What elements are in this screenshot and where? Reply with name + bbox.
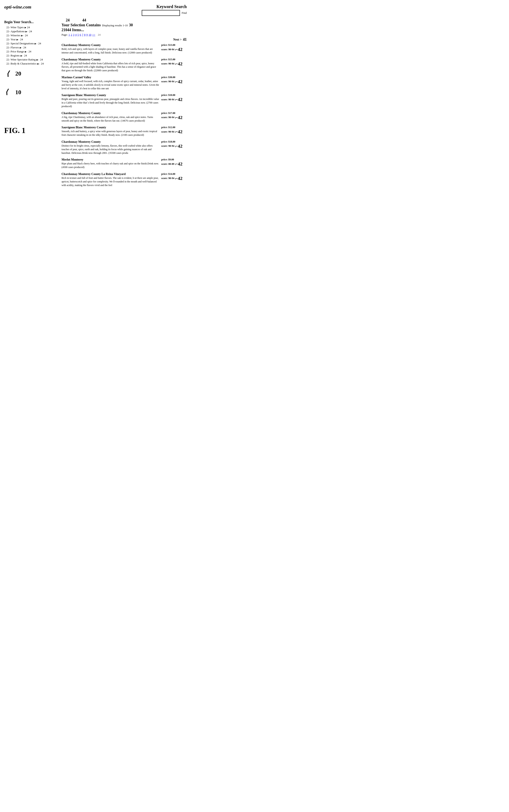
sidebar-count-9: 24 — [40, 58, 43, 61]
wine-name-9: Chardonnay Monterey County La Reina Vine… — [62, 172, 159, 176]
annotation-30: 30 — [129, 23, 133, 27]
wine-badge-8: ⌐42 — [175, 161, 182, 167]
sidebar-count-2: 24 — [29, 30, 32, 33]
wine-price-score-2: price: $15.00 score: 90-94 ⌐42 — [161, 58, 187, 72]
wine-description-1: Bold, rich and spicy, with layers of com… — [62, 47, 159, 55]
annotation-24a: 24 — [66, 18, 70, 23]
sidebar-arrow-1: ▶ — [25, 26, 26, 29]
keyword-label: Keyword Search — [157, 4, 187, 9]
wine-description-7: Distinct for its bright citrus, especial… — [62, 144, 159, 155]
wine-info-8: Merlot Monterey Ripe plum and black cher… — [62, 158, 159, 169]
page-3[interactable]: 3 — [73, 33, 74, 36]
wine-score-6: score: 90-94 — [161, 130, 174, 133]
sidebar-item-year[interactable]: 22– Year ▶– 24 — [6, 38, 59, 41]
page-2[interactable]: 2 — [71, 33, 72, 36]
wine-price-score-3: price: $30.00 score: 90-94 ⌐42 — [161, 76, 187, 90]
sidebar-item-wine-spectator[interactable]: 22– Wine Spectator Rating ▶– 24 — [6, 58, 59, 61]
wine-entry-2: Chardonnay Monterey County A bold, ripe … — [62, 58, 187, 72]
wine-price-score-1: price: $13.00 score: 90-94 ⌐42 — [161, 43, 187, 55]
wine-price-7: price: $18.00 — [161, 140, 175, 143]
wine-entry-7: Chardonnay Monterey County Distinct for … — [62, 140, 187, 155]
page-6[interactable]: 6 — [79, 33, 81, 36]
wine-price-5: price: $17.00 — [161, 112, 175, 115]
wine-badge-4: ⌐42 — [175, 97, 182, 102]
sidebar-arrow-5: ▶– — [35, 42, 37, 45]
wine-description-2: A bold, ripe and full-bodied white from … — [62, 62, 159, 72]
wine-score-9: score: 90-94 — [161, 177, 174, 180]
wine-score-4: score: 90-94 — [161, 98, 174, 101]
page-container: opti-wine.com Keyword Search Find Begin … — [4, 4, 187, 187]
sidebar-label-1: Wine Types — [11, 26, 24, 29]
wine-info-6: Sauvignon Blanc Monterey County Smooth, … — [62, 126, 159, 137]
sidebar-item-appellations[interactable]: 22– Appellations ▶– 24 — [6, 30, 59, 33]
displaying-text: Displaying results 1-10 — [102, 24, 128, 27]
page-next-arrows[interactable]: >> — [92, 33, 95, 36]
wine-price-score-4: price: $10.00 score: 90-94 ⌐42 — [161, 94, 187, 108]
wine-price-8: price: $9.00 — [161, 158, 174, 161]
wine-badge-1: ⌐42 — [175, 47, 182, 52]
wine-name-2: Chardonnay Monterey County — [62, 58, 159, 61]
wine-entry-4: Sauvignon Blanc Monterey County Bright a… — [62, 94, 187, 108]
sidebar-item-wineries[interactable]: 22– Wineries ▶– 24 — [6, 34, 59, 37]
wine-info-2: Chardonnay Monterey County A bold, ripe … — [62, 58, 159, 72]
wine-price-3: price: $30.00 — [161, 76, 175, 79]
page-9[interactable]: 9 — [87, 33, 88, 36]
wine-name-5: Chardonnay Monterey County — [62, 112, 159, 115]
sidebar-item-wine-types[interactable]: 22– Wine Types ▶ 24 — [6, 26, 59, 29]
keyword-row: Find — [142, 10, 187, 16]
page-10[interactable]: 10 — [89, 33, 91, 36]
next-prev-row: Next > 41 — [62, 37, 187, 42]
wine-name-6: Sauvignon Blanc Monterey County — [62, 126, 159, 129]
items-count: 21044 Items... — [62, 28, 187, 32]
sidebar-item-flavors[interactable]: 22– Flavors ▶– 24 — [6, 46, 59, 49]
wine-info-9: Chardonnay Monterey County La Reina Vine… — [62, 172, 159, 187]
wine-name-1: Chardonnay Monterey County — [62, 43, 159, 47]
wine-badge-7: ⌐42 — [175, 143, 182, 149]
sidebar-num-10: 22– — [6, 62, 10, 65]
wine-info-5: Chardonnay Monterey County A big, ripe C… — [62, 112, 159, 122]
annotation-bracket-left: ⟨ — [6, 70, 9, 78]
wine-score-1: score: 90-94 — [161, 48, 174, 51]
sidebar-num-2: 22– — [6, 30, 10, 33]
annotation-bracket-right: ⟩ — [6, 88, 9, 96]
sidebar-begin-label: Begin Your Search... — [4, 20, 59, 24]
sidebar-label-7: Price Range — [11, 50, 24, 53]
wine-badge-5: ⌐42 — [175, 115, 182, 120]
sidebar-item-body-characteristics[interactable]: 22– Body & Characteristics ▶– 24 — [6, 62, 59, 65]
sidebar-num-4: 22– — [6, 38, 10, 41]
page-7[interactable]: 7 — [82, 33, 83, 36]
sidebar-num-5: 22– — [6, 42, 10, 45]
sidebar-item-regions[interactable]: 22– Regions ▶– 24 — [6, 54, 59, 57]
page-4[interactable]: 4 — [75, 33, 77, 36]
wine-entry-9: Chardonnay Monterey County La Reina Vine… — [62, 172, 187, 187]
wine-name-4: Sauvignon Blanc Monterey County — [62, 94, 159, 97]
sidebar-label-4: Year — [11, 38, 16, 41]
wine-description-5: A big, ripe Chardonnay, with an abundanc… — [62, 115, 159, 122]
wine-name-7: Chardonnay Monterey County — [62, 140, 159, 144]
keyword-input[interactable] — [142, 10, 180, 16]
page-5[interactable]: 5 — [77, 33, 79, 36]
wine-price-score-7: price: $18.00 score: 90-94 ⌐42 — [161, 140, 187, 155]
wine-price-score-5: price: $17.00 score: 90-94 ⌐42 — [161, 112, 187, 122]
sidebar-label-9: Wine Spectator Rating — [11, 58, 36, 61]
sidebar-arrow-9: ▶– — [36, 59, 39, 61]
wine-price-2: price: $15.00 — [161, 58, 175, 61]
wine-badge-3: ⌐42 — [175, 79, 182, 84]
page-8[interactable]: 8 — [84, 33, 86, 36]
wine-price-score-8: price: $9.00 score: 80-89 ⌐42 — [161, 158, 187, 169]
sidebar-num-9: 22– — [6, 58, 10, 61]
wine-name-3: Marinus Carmel Valley — [62, 76, 159, 79]
wine-info-4: Sauvignon Blanc Monterey County Bright a… — [62, 94, 159, 108]
page-1[interactable]: 1 — [69, 33, 70, 36]
wine-description-6: Smooth, rich and buttery, a spicy wine w… — [62, 130, 159, 137]
wine-badge-6: ⌐42 — [175, 129, 182, 135]
sidebar-item-price-range[interactable]: 22– Price Range ▶– 24 — [6, 50, 59, 53]
sidebar-item-special-designations[interactable]: 22– Special Designations ▶– 24 — [6, 42, 59, 45]
sidebar-label-5: Special Designations — [11, 42, 34, 45]
sidebar-num-1: 22– — [6, 26, 10, 29]
sidebar-arrow-4: ▶– — [16, 38, 19, 41]
find-button[interactable]: Find — [182, 11, 187, 14]
next-link[interactable]: Next > — [173, 38, 182, 41]
wine-score-2: score: 90-94 — [161, 62, 174, 65]
page-label: Page: — [62, 33, 68, 36]
